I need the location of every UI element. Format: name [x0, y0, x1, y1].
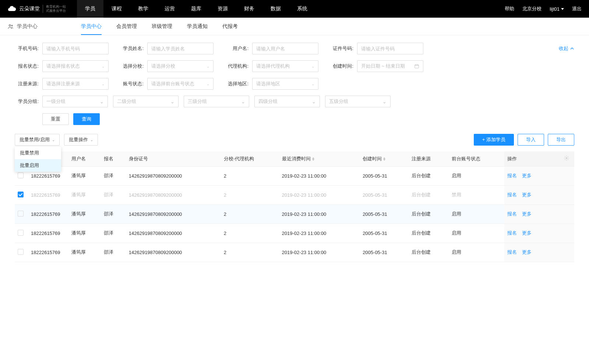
- action-enroll[interactable]: 报名: [507, 249, 517, 255]
- action-enroll[interactable]: 报名: [507, 211, 517, 217]
- cell-regsource: 后台创建: [409, 185, 449, 204]
- top-menu-item[interactable]: 课程: [103, 0, 130, 18]
- svg-point-1: [11, 25, 13, 26]
- export-button[interactable]: 导出: [548, 134, 574, 146]
- col-ops: 操作: [504, 151, 561, 166]
- enroll-status-select[interactable]: 请选择报名状态⌄: [42, 60, 109, 72]
- idno-input[interactable]: [357, 43, 423, 54]
- chevron-down-icon: ⌄: [311, 82, 314, 86]
- action-enroll[interactable]: 报名: [507, 173, 517, 178]
- chevron-down-icon: ⌄: [90, 138, 93, 142]
- name-input[interactable]: [147, 43, 214, 54]
- top-menu-item[interactable]: 财务: [236, 0, 262, 18]
- batch-toggle-dropdown[interactable]: 批量禁用/启用⌄: [15, 134, 60, 146]
- phone-input[interactable]: [42, 43, 109, 54]
- user-menu[interactable]: lijt01: [550, 6, 564, 12]
- cell-name: 潘筠厚: [68, 166, 101, 185]
- sub-menu-item[interactable]: 学员中心: [81, 18, 102, 35]
- group-select[interactable]: 一级分组⌄: [42, 96, 108, 107]
- group-select[interactable]: 三级分组⌄: [184, 96, 249, 107]
- region-select[interactable]: 请选择地区⌄: [252, 78, 318, 90]
- cell-accstatus: 启用: [449, 166, 504, 185]
- action-enroll[interactable]: 报名: [507, 192, 517, 197]
- cell-lastconsume: 2019-02-23 11:00:00: [279, 166, 360, 185]
- enroll-status-label: 报名状态:: [15, 63, 39, 69]
- group-select[interactable]: 五级分组⌄: [325, 96, 391, 107]
- cell-branch: 2: [221, 204, 279, 224]
- group-select[interactable]: 二级分组⌄: [113, 96, 179, 107]
- cell-idno: 14262919870809200000: [126, 224, 221, 243]
- cell-ops: 报名更多: [504, 204, 561, 224]
- brand-name: 云朵课堂: [19, 6, 40, 12]
- import-button[interactable]: 导入: [518, 134, 544, 146]
- calendar-icon: [414, 64, 419, 69]
- search-button[interactable]: 查询: [73, 113, 100, 125]
- chevron-down-icon: ⌄: [52, 138, 55, 142]
- action-more[interactable]: 更多: [522, 230, 532, 236]
- row-checkbox[interactable]: [18, 230, 24, 236]
- action-more[interactable]: 更多: [522, 211, 532, 217]
- add-student-button[interactable]: + 添加学员: [474, 134, 514, 146]
- accstatus-label: 账号状态:: [120, 81, 144, 87]
- sub-menu-item[interactable]: 会员管理: [116, 18, 137, 35]
- table-row: 18222615769潘筠厚邵泽142629198708092000002201…: [15, 204, 574, 224]
- cell-lastconsume: 2019-02-23 11:00:00: [279, 224, 360, 243]
- cell-phone: 18222615769: [28, 224, 68, 243]
- action-enroll[interactable]: 报名: [507, 230, 517, 236]
- sub-menu-item[interactable]: 学员通知: [187, 18, 208, 35]
- branch-select-label: 选择分校:: [120, 63, 144, 69]
- logout-link[interactable]: 退出: [572, 6, 582, 12]
- dropdown-option-disable[interactable]: 批量禁用: [15, 147, 61, 159]
- action-more[interactable]: 更多: [522, 192, 532, 197]
- row-checkbox[interactable]: [18, 192, 24, 197]
- cell-phone: 18222615769: [28, 204, 68, 224]
- help-link[interactable]: 帮助: [505, 6, 514, 12]
- row-checkbox[interactable]: [18, 211, 24, 217]
- reset-button[interactable]: 重置: [42, 113, 69, 125]
- top-menu-item[interactable]: 运营: [156, 0, 183, 18]
- dropdown-option-enable[interactable]: 批量启用: [15, 159, 61, 172]
- col-lastconsume[interactable]: 最近消费时间: [279, 151, 360, 166]
- username-label: 用户名:: [225, 45, 248, 52]
- table-row: 18222615769潘筠厚邵泽142629198708092000002201…: [15, 166, 574, 185]
- sort-icon: [312, 157, 314, 161]
- col-regsource: 注册来源: [409, 151, 449, 166]
- action-more[interactable]: 更多: [522, 173, 532, 178]
- sub-nav: 学员中心 学员中心会员管理班级管理学员通知代报考: [0, 18, 589, 35]
- brand-tagline: 教育机构一站 式服务云平台: [43, 5, 66, 13]
- branch-link[interactable]: 北京分校: [522, 6, 542, 12]
- username-input[interactable]: [252, 43, 318, 54]
- sub-menu-item[interactable]: 代报考: [222, 18, 238, 35]
- cell-name: 潘筠厚: [68, 185, 101, 204]
- regsource-select[interactable]: 请选择注册来源⌄: [42, 78, 109, 90]
- sub-menu-item[interactable]: 班级管理: [152, 18, 172, 35]
- chevron-down-icon: ⌄: [241, 99, 245, 104]
- top-menu-item[interactable]: 数据: [262, 0, 289, 18]
- gear-icon[interactable]: [564, 156, 569, 162]
- col-createtime[interactable]: 创建时间: [360, 151, 408, 166]
- cell-idno: 14262919870809200000: [126, 243, 221, 262]
- cell-regsource: 后台创建: [409, 166, 449, 185]
- group-select[interactable]: 四级分组⌄: [254, 96, 320, 107]
- createtime-picker[interactable]: 开始日期 ~ 结束日期: [357, 60, 423, 72]
- top-menu: 学员课程教学运营题库资源财务数据系统: [77, 0, 505, 18]
- top-menu-item[interactable]: 题库: [183, 0, 209, 18]
- logo: 云朵课堂 教育机构一站 式服务云平台: [7, 4, 77, 13]
- batch-op-dropdown[interactable]: 批量操作⌄: [64, 134, 98, 146]
- top-menu-item[interactable]: 学员: [77, 0, 103, 18]
- top-menu-item[interactable]: 资源: [209, 0, 236, 18]
- branch-select[interactable]: 请选择分校⌄: [147, 60, 214, 72]
- action-more[interactable]: 更多: [522, 249, 532, 255]
- top-menu-item[interactable]: 教学: [130, 0, 156, 18]
- top-menu-item[interactable]: 系统: [289, 0, 315, 18]
- cell-name: 潘筠厚: [68, 243, 101, 262]
- cell-accstatus: 禁用: [449, 185, 504, 204]
- row-checkbox[interactable]: [18, 249, 24, 255]
- collapse-toggle[interactable]: 收起: [559, 45, 574, 52]
- accstatus-select[interactable]: 请选择前台账号状态⌄: [147, 78, 214, 90]
- cell-idno: 14262919870809200000: [126, 166, 221, 185]
- cell-ops: 报名更多: [504, 224, 561, 243]
- cell-regsource: 后台创建: [409, 243, 449, 262]
- agent-select[interactable]: 请选择代理机构⌄: [252, 60, 318, 72]
- row-checkbox[interactable]: [18, 172, 24, 178]
